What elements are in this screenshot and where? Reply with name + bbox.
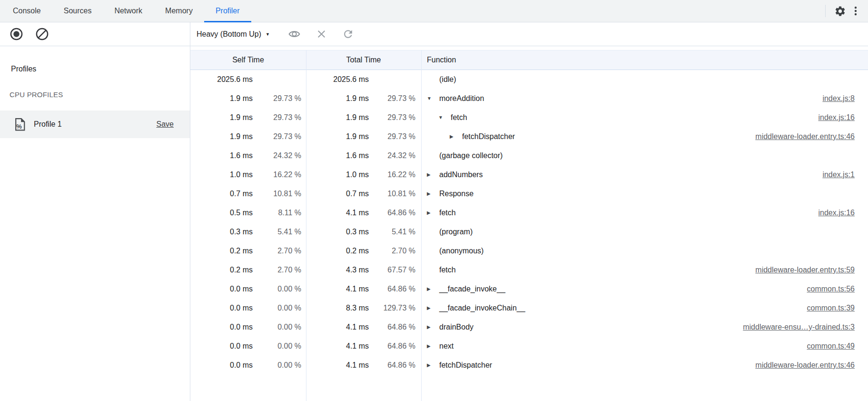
source-link[interactable]: middleware-loader.entry.ts:46: [746, 132, 855, 141]
save-profile-link[interactable]: Save: [157, 120, 174, 129]
tab-profiler[interactable]: Profiler: [204, 0, 251, 22]
source-link[interactable]: middleware-loader.entry.ts:46: [746, 361, 855, 370]
tab-label: Network: [114, 7, 142, 15]
self-time-value: 0.3 ms: [230, 228, 253, 236]
total-time-cell: 4.1 ms 64.86 %: [306, 323, 421, 331]
source-link[interactable]: common.ts:39: [798, 304, 855, 312]
more-options-button[interactable]: [848, 3, 863, 19]
self-time-percent: 8.11 %: [253, 209, 306, 217]
total-time-cell: 4.1 ms 64.86 %: [306, 209, 421, 217]
table-row[interactable]: 0.7 ms 10.81 % 0.7 ms 10.81 % ▶ Response: [190, 184, 868, 203]
self-time-percent: 2.70 %: [253, 266, 306, 274]
table-row[interactable]: 1.0 ms 16.22 % 1.0 ms 16.22 % ▶ addNumbe…: [190, 165, 868, 184]
expand-arrow-icon[interactable]: ▶: [427, 363, 439, 368]
self-time-cell: 0.2 ms 2.70 %: [190, 247, 306, 255]
table-row[interactable]: 0.0 ms 0.00 % 4.1 ms 64.86 % ▶ __facade_…: [190, 280, 868, 299]
tab-label: Sources: [64, 7, 92, 15]
profile-list-item[interactable]: % Profile 1 Save: [0, 110, 190, 138]
tab-label: Profiler: [216, 7, 240, 15]
total-time-cell: 1.6 ms 24.32 %: [306, 151, 421, 160]
expand-arrow-icon[interactable]: ▶: [427, 191, 439, 196]
function-cell: ▶ fetchDispatcher middleware-loader.entr…: [421, 132, 868, 141]
self-time-value: 0.5 ms: [230, 209, 253, 217]
function-name: next: [439, 342, 454, 351]
total-time-percent: 29.73 %: [369, 132, 421, 141]
table-row[interactable]: 1.9 ms 29.73 % 1.9 ms 29.73 % ▼ fetch in…: [190, 108, 868, 127]
self-time-cell: 1.9 ms 29.73 %: [190, 113, 306, 122]
self-time-percent: 0.00 %: [253, 361, 306, 370]
tab-network[interactable]: Network: [103, 0, 154, 22]
source-link[interactable]: middleware-loader.entry.ts:59: [746, 266, 855, 274]
source-link[interactable]: middleware-ensu…y-drained.ts:3: [733, 323, 855, 331]
self-time-value: 0.7 ms: [230, 190, 253, 198]
view-mode-dropdown[interactable]: Heavy (Bottom Up) ▼: [197, 30, 270, 39]
table-row[interactable]: 0.0 ms 0.00 % 4.1 ms 64.86 % ▶ next comm…: [190, 337, 868, 356]
table-row[interactable]: 1.6 ms 24.32 % 1.6 ms 24.32 % (garbage c…: [190, 146, 868, 165]
source-link[interactable]: common.ts:56: [798, 285, 855, 293]
table-row[interactable]: 1.9 ms 29.73 % 1.9 ms 29.73 % ▶ fetchDis…: [190, 127, 868, 146]
clear-button[interactable]: [33, 25, 51, 43]
table-row[interactable]: 0.0 ms 0.00 % 4.1 ms 64.86 % ▶ drainBody…: [190, 318, 868, 337]
column-header-self-time[interactable]: Self Time: [190, 56, 306, 64]
expand-arrow-icon[interactable]: ▶: [427, 172, 439, 177]
table-row[interactable]: 1.9 ms 29.73 % 1.9 ms 29.73 % ▼ moreAddi…: [190, 89, 868, 108]
source-link[interactable]: common.ts:49: [798, 342, 855, 351]
tab-label: Memory: [165, 7, 193, 15]
toolbar-divider: [825, 5, 826, 17]
exclude-selected-button[interactable]: [314, 27, 329, 41]
function-cell: ▶ drainBody middleware-ensu…y-drained.ts…: [421, 323, 868, 331]
function-name: __facade_invoke__: [439, 285, 505, 293]
self-time-value: 1.6 ms: [230, 151, 253, 160]
source-link[interactable]: index.js:16: [809, 113, 855, 122]
table-row[interactable]: 0.2 ms 2.70 % 4.3 ms 67.57 % fetch middl…: [190, 261, 868, 280]
expand-arrow-icon[interactable]: ▼: [427, 96, 439, 101]
total-time-cell: 0.2 ms 2.70 %: [306, 247, 421, 255]
table-row[interactable]: 0.3 ms 5.41 % 0.3 ms 5.41 % (program): [190, 222, 868, 241]
grid-rows: 2025.6 ms 2025.6 ms (idle) 1.9 ms 29.73 …: [190, 70, 868, 375]
expand-arrow-icon[interactable]: ▼: [438, 115, 451, 120]
self-time-percent: 10.81 %: [253, 190, 306, 198]
expand-arrow-icon[interactable]: ▶: [427, 306, 439, 311]
column-header-total-time[interactable]: Total Time: [306, 56, 421, 64]
column-header-function[interactable]: Function: [421, 56, 868, 64]
tab-console[interactable]: Console: [1, 0, 52, 22]
source-link[interactable]: index.js:8: [813, 94, 855, 103]
expand-arrow-icon[interactable]: ▶: [427, 344, 439, 349]
tab-label: Console: [13, 7, 41, 15]
view-mode-label: Heavy (Bottom Up): [197, 30, 261, 39]
function-cell: (garbage collector): [421, 151, 868, 160]
restore-all-button[interactable]: [340, 26, 356, 42]
total-time-value: 4.1 ms: [346, 209, 369, 217]
function-name: __facade_invokeChain__: [439, 304, 525, 312]
tab-memory[interactable]: Memory: [154, 0, 204, 22]
profile-name: Profile 1: [34, 120, 62, 129]
total-time-percent: 29.73 %: [369, 113, 421, 122]
total-time-cell: 1.0 ms 16.22 %: [306, 170, 421, 179]
function-cell: ▶ addNumbers index.js:1: [421, 170, 868, 179]
self-time-value: 0.2 ms: [230, 266, 253, 274]
function-name: addNumbers: [439, 170, 483, 179]
expand-arrow-icon[interactable]: ▶: [427, 287, 439, 291]
focus-selected-button[interactable]: [286, 26, 303, 42]
table-row[interactable]: 0.0 ms 0.00 % 4.1 ms 64.86 % ▶ fetchDisp…: [190, 356, 868, 375]
self-time-cell: 0.2 ms 2.70 %: [190, 266, 306, 274]
settings-button[interactable]: [832, 3, 848, 19]
table-row[interactable]: 0.5 ms 8.11 % 4.1 ms 64.86 % ▶ fetch ind…: [190, 203, 868, 222]
table-row[interactable]: 0.2 ms 2.70 % 0.2 ms 2.70 % (anonymous): [190, 241, 868, 261]
function-name: (program): [439, 228, 473, 236]
total-time-cell: 1.9 ms 29.73 %: [306, 94, 421, 103]
expand-arrow-icon[interactable]: ▶: [427, 211, 439, 215]
table-row[interactable]: 2025.6 ms 2025.6 ms (idle): [190, 70, 868, 89]
record-button[interactable]: [8, 25, 25, 43]
cpu-profiles-section-label: CPU PROFILES: [0, 90, 190, 100]
svg-text:%: %: [16, 123, 22, 130]
source-link[interactable]: index.js:16: [809, 209, 855, 217]
tab-sources[interactable]: Sources: [52, 0, 103, 22]
table-row[interactable]: 0.0 ms 0.00 % 8.3 ms 129.73 % ▶ __facade…: [190, 299, 868, 318]
profiles-sidebar: Profiles CPU PROFILES % Profile 1 Save: [0, 46, 190, 401]
function-cell: ▶ fetch index.js:16: [421, 209, 868, 217]
function-name: fetchDispatcher: [462, 132, 515, 141]
expand-arrow-icon[interactable]: ▶: [427, 325, 439, 330]
expand-arrow-icon[interactable]: ▶: [450, 134, 462, 139]
source-link[interactable]: index.js:1: [813, 170, 855, 179]
